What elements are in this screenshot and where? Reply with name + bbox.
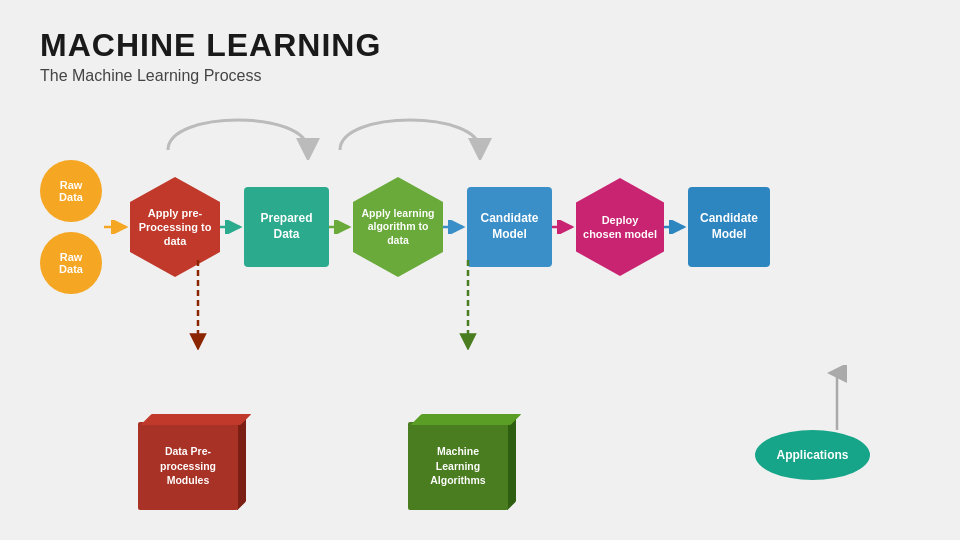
apply-algo-hex: Apply learning algorithm to data: [353, 177, 443, 277]
dashed-arrow-red: [188, 260, 208, 350]
subtitle: The Machine Learning Process: [40, 67, 920, 85]
arrow-candidate1-to-deploy: [552, 220, 576, 234]
raw-data-circle-1: Raw Data: [40, 160, 102, 222]
ml-algorithms-box-front: Machine Learning Algorithms: [408, 422, 508, 510]
candidate-model-1-rect: Candidate Model: [467, 187, 552, 267]
preprocessing-box-front: Data Pre-processing Modules: [138, 422, 238, 510]
dashed-arrow-green: [458, 260, 478, 350]
arrow-prepared-to-algo: [329, 220, 353, 234]
up-arrow-applications: [822, 365, 852, 430]
data-preprocessing-box: Data Pre-processing Modules: [138, 422, 238, 510]
applications-ellipse: Applications: [755, 430, 870, 480]
slide: MACHINE LEARNING The Machine Learning Pr…: [0, 0, 960, 540]
raw-data-circle-2: Raw Data: [40, 232, 102, 294]
ml-algorithms-box: Machine Learning Algorithms: [408, 422, 508, 510]
arrow-raw-to-apply: [104, 220, 130, 234]
arrow-apply-to-prepared: [220, 220, 244, 234]
diagram-area: Raw Data Raw Data Apply pre-Processing t…: [30, 120, 930, 520]
deploy-model-hex: Deploy chosen model: [576, 178, 664, 276]
loop-arrow-2: [320, 100, 500, 160]
prepared-data-rect: Prepared Data: [244, 187, 329, 267]
candidate-model-2-rect: Candidate Model: [688, 187, 770, 267]
arrow-algo-to-candidate1: [443, 220, 467, 234]
arrow-deploy-to-candidate2: [664, 220, 688, 234]
raw-circles: Raw Data Raw Data: [40, 160, 102, 294]
flow-row: Raw Data Raw Data Apply pre-Processing t…: [40, 160, 920, 294]
title: MACHINE LEARNING: [40, 28, 920, 63]
loop-arrow-1: [148, 100, 328, 160]
